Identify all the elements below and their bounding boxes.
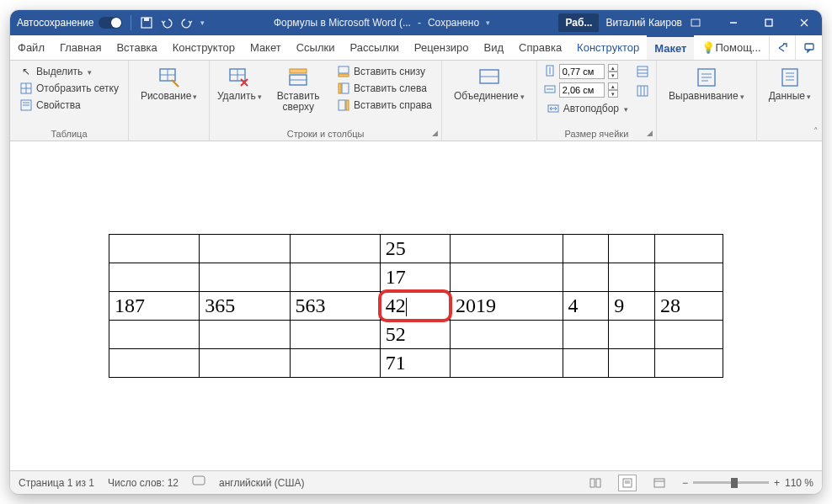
- draw-button[interactable]: Рисование: [136, 64, 202, 103]
- table-cell[interactable]: 4: [563, 292, 609, 321]
- ribbon-options-icon[interactable]: [689, 16, 702, 29]
- redo-icon[interactable]: [180, 16, 194, 29]
- tab-tell-me[interactable]: 💡 Помощ...: [694, 35, 768, 60]
- insert-above-button[interactable]: Вставить сверху: [267, 64, 329, 114]
- table-cell[interactable]: [450, 349, 563, 378]
- maximize-button[interactable]: [751, 10, 787, 35]
- table-cell[interactable]: 187: [109, 292, 200, 321]
- merge-button[interactable]: Объединение: [449, 64, 530, 103]
- tab-mailings[interactable]: Рассылки: [342, 35, 406, 60]
- print-layout-icon[interactable]: [618, 475, 637, 491]
- tab-file[interactable]: Файл: [10, 35, 52, 60]
- alignment-button[interactable]: Выравнивание: [664, 64, 749, 103]
- table-cell[interactable]: 563: [290, 292, 380, 321]
- table-cell[interactable]: [609, 321, 655, 349]
- table-cell[interactable]: [200, 321, 290, 349]
- table-cell[interactable]: [563, 235, 609, 263]
- table-cell[interactable]: 9: [609, 292, 655, 321]
- data-button[interactable]: Данные: [764, 64, 816, 103]
- insert-below-button[interactable]: Вставить снизу: [334, 64, 435, 79]
- table-cell[interactable]: 52: [380, 321, 450, 349]
- table-cell[interactable]: [563, 263, 609, 292]
- table-cell[interactable]: [200, 263, 290, 292]
- autofit-button[interactable]: Автоподбор: [544, 101, 631, 116]
- properties-button[interactable]: Свойства: [17, 98, 121, 113]
- table-cell[interactable]: [609, 263, 655, 292]
- table-cell[interactable]: [654, 321, 723, 349]
- table-cell[interactable]: [450, 235, 563, 263]
- share-button[interactable]: [769, 35, 796, 60]
- tab-table-design[interactable]: Конструктор: [569, 35, 647, 60]
- table-cell[interactable]: [109, 349, 200, 378]
- distribute-cols-icon[interactable]: [636, 84, 649, 100]
- spin-down-icon[interactable]: ▾: [608, 90, 618, 98]
- tab-references[interactable]: Ссылки: [289, 35, 343, 60]
- undo-icon[interactable]: [160, 16, 173, 29]
- table-cell[interactable]: [563, 349, 609, 378]
- autosave-toggle[interactable]: Автосохранение: [17, 17, 122, 29]
- table-cell[interactable]: [109, 321, 200, 349]
- table-cell[interactable]: [654, 349, 723, 378]
- table-cell[interactable]: [609, 235, 655, 263]
- tab-review[interactable]: Рецензиро: [407, 35, 477, 60]
- table-cell[interactable]: [290, 349, 380, 378]
- zoom-in-button[interactable]: +: [774, 477, 780, 489]
- read-mode-icon[interactable]: [586, 475, 605, 491]
- table-cell[interactable]: [200, 349, 290, 378]
- spellcheck-icon[interactable]: [192, 475, 205, 490]
- table-cell[interactable]: [654, 263, 723, 292]
- tab-design[interactable]: Конструктор: [165, 35, 243, 60]
- table-cell[interactable]: [290, 235, 380, 263]
- table-cell[interactable]: [200, 235, 290, 263]
- zoom-level[interactable]: 110 %: [785, 477, 813, 489]
- insert-right-button[interactable]: Вставить справа: [334, 98, 435, 113]
- document-tab[interactable]: Раб...: [558, 13, 599, 32]
- web-layout-icon[interactable]: [650, 475, 669, 491]
- tab-layout[interactable]: Макет: [243, 35, 289, 60]
- word-count[interactable]: Число слов: 12: [108, 477, 179, 489]
- tab-view[interactable]: Вид: [477, 35, 512, 60]
- table-cell[interactable]: [609, 349, 655, 378]
- save-icon[interactable]: [140, 16, 153, 29]
- tab-help[interactable]: Справка: [511, 35, 569, 60]
- table-cell[interactable]: 17: [380, 263, 450, 292]
- table-cell[interactable]: [290, 321, 380, 349]
- language-indicator[interactable]: английский (США): [219, 477, 304, 489]
- document-table[interactable]: 251718736556342201949285271: [109, 234, 723, 378]
- toggle-switch[interactable]: [99, 17, 122, 29]
- row-height-input[interactable]: ▴▾: [544, 64, 631, 79]
- table-cell[interactable]: [109, 235, 200, 263]
- zoom-slider[interactable]: − + 110 %: [682, 477, 813, 489]
- comments-button[interactable]: [795, 35, 822, 60]
- table-cell[interactable]: 42: [380, 292, 450, 321]
- gridlines-button[interactable]: Отобразить сетку: [17, 81, 121, 96]
- close-button[interactable]: [787, 10, 822, 35]
- tab-table-layout[interactable]: Макет: [647, 35, 694, 60]
- col-width-input[interactable]: ▴▾: [544, 82, 631, 98]
- spin-up-icon[interactable]: ▴: [608, 82, 618, 90]
- table-cell[interactable]: 25: [380, 235, 450, 263]
- table-cell[interactable]: [563, 321, 609, 349]
- delete-button[interactable]: Удалить: [216, 64, 262, 103]
- minimize-button[interactable]: [716, 10, 751, 35]
- zoom-out-button[interactable]: −: [682, 477, 688, 489]
- table-cell[interactable]: 365: [200, 292, 290, 321]
- table-cell[interactable]: [290, 263, 380, 292]
- table-cell[interactable]: 71: [380, 349, 450, 378]
- tab-home[interactable]: Главная: [52, 35, 109, 60]
- tab-insert[interactable]: Вставка: [109, 35, 164, 60]
- select-button[interactable]: ↖Выделить: [17, 64, 121, 79]
- dialog-launcher-icon[interactable]: ◢: [647, 129, 653, 137]
- insert-left-button[interactable]: Вставить слева: [334, 81, 435, 96]
- table-cell[interactable]: [450, 263, 563, 292]
- collapse-ribbon-icon[interactable]: ˄: [813, 126, 819, 137]
- table-cell[interactable]: [654, 235, 723, 263]
- distribute-rows-icon[interactable]: [636, 65, 649, 81]
- page-indicator[interactable]: Страница 1 из 1: [19, 477, 94, 489]
- spin-up-icon[interactable]: ▴: [608, 64, 618, 72]
- table-cell[interactable]: 28: [654, 292, 723, 321]
- table-cell[interactable]: 2019: [450, 292, 563, 321]
- dialog-launcher-icon[interactable]: ◢: [432, 129, 438, 137]
- table-cell[interactable]: [109, 263, 200, 292]
- table-cell[interactable]: [450, 321, 563, 349]
